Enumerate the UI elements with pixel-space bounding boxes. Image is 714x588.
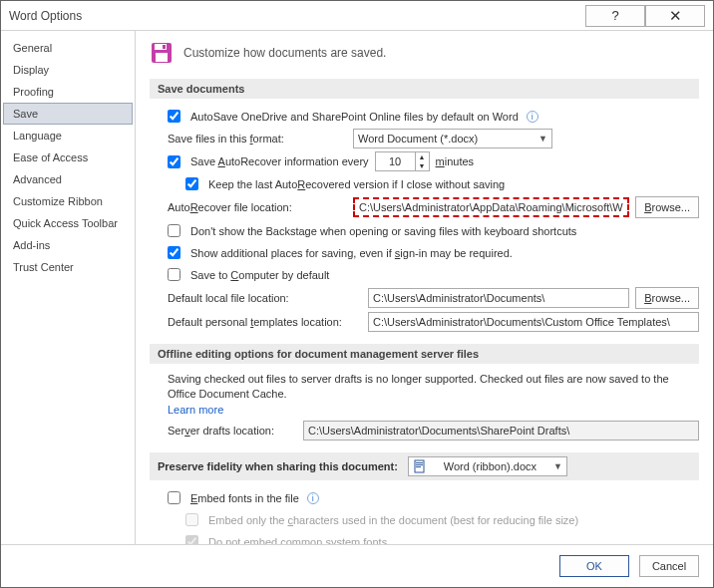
save-format-select[interactable]: Word Document (*.docx) ▼: [353, 129, 552, 148]
autosave-label: AutoSave OneDrive and SharePoint Online …: [190, 111, 519, 123]
cancel-button[interactable]: Cancel: [639, 555, 699, 577]
keep-last-checkbox[interactable]: [185, 177, 198, 190]
sidebar: General Display Proofing Save Language E…: [1, 31, 136, 544]
backstage-checkbox[interactable]: [168, 224, 180, 237]
default-templates-label: Default personal templates location:: [168, 316, 362, 328]
sidebar-item-general[interactable]: General: [3, 37, 133, 59]
sidebar-item-language[interactable]: Language: [3, 125, 133, 147]
ok-button[interactable]: OK: [559, 555, 629, 577]
backstage-label: Don't show the Backstage when opening or…: [190, 225, 576, 237]
embed-chars-label: Embed only the characters used in the do…: [208, 514, 578, 526]
show-additional-label: Show additional places for saving, even …: [190, 247, 513, 259]
sidebar-item-proofing[interactable]: Proofing: [3, 81, 133, 103]
save-format-label: Save files in this format:: [168, 133, 347, 145]
svg-rect-2: [156, 53, 168, 62]
sidebar-item-display[interactable]: Display: [3, 59, 133, 81]
group-offline: Offline editing options for document man…: [150, 344, 699, 364]
keep-last-label: Keep the last AutoRecovered version if I…: [208, 178, 505, 190]
autorecover-label: Save AutoRecover information every: [190, 155, 369, 167]
autosave-checkbox[interactable]: [168, 110, 180, 123]
server-drafts-input[interactable]: [303, 421, 699, 441]
spinner-up-icon[interactable]: ▲: [416, 152, 429, 161]
sidebar-item-trust-center[interactable]: Trust Center: [3, 256, 133, 278]
svg-rect-6: [416, 464, 423, 465]
embed-fonts-checkbox[interactable]: [168, 491, 180, 504]
sidebar-item-ease-of-access[interactable]: Ease of Access: [3, 147, 133, 168]
default-templates-input[interactable]: [368, 312, 699, 332]
show-additional-checkbox[interactable]: [168, 246, 180, 259]
embed-fonts-label: Embed fonts in the file: [190, 492, 299, 504]
sidebar-item-save[interactable]: Save: [3, 103, 133, 125]
save-icon: [150, 41, 174, 65]
svg-rect-5: [416, 462, 423, 463]
group-preserve: Preserve fidelity when sharing this docu…: [150, 452, 699, 480]
embed-chars-checkbox: [185, 513, 198, 526]
footer: OK Cancel: [1, 544, 713, 587]
document-icon: [413, 459, 427, 473]
info-icon[interactable]: i: [307, 492, 319, 504]
browse-local-button[interactable]: Browse...: [635, 287, 699, 309]
close-button[interactable]: ✕: [645, 5, 705, 27]
default-local-label: Default local file location:: [168, 292, 362, 304]
svg-rect-7: [416, 466, 421, 467]
svg-rect-3: [163, 45, 166, 49]
minutes-label: minutes: [436, 155, 475, 167]
sidebar-item-quick-access-toolbar[interactable]: Quick Access Toolbar: [3, 212, 133, 234]
autorecover-checkbox[interactable]: [168, 155, 180, 168]
learn-more-link[interactable]: Learn more: [168, 404, 223, 416]
sidebar-item-add-ins[interactable]: Add-ins: [3, 234, 133, 256]
server-drafts-label: Server drafts location:: [168, 425, 297, 437]
preserve-document-select[interactable]: Word (ribbon).docx ▼: [408, 456, 567, 476]
spinner-down-icon[interactable]: ▼: [416, 161, 429, 170]
sidebar-item-customize-ribbon[interactable]: Customize Ribbon: [3, 190, 133, 212]
autorecover-location-input[interactable]: [353, 197, 629, 217]
window-title: Word Options: [9, 9, 585, 23]
main-panel: Customize how documents are saved. Save …: [136, 31, 713, 544]
browse-autorecover-button[interactable]: Browse...: [635, 196, 699, 218]
save-to-computer-label: Save to Computer by default: [190, 269, 329, 281]
embed-sys-label: Do not embed common system fonts: [208, 536, 387, 544]
page-header: Customize how documents are saved.: [183, 46, 386, 60]
default-local-input[interactable]: [368, 288, 629, 308]
offline-text: Saving checked out files to server draft…: [168, 373, 669, 400]
save-to-computer-checkbox[interactable]: [168, 268, 180, 281]
group-save-documents: Save documents: [150, 79, 699, 99]
help-button[interactable]: ?: [585, 5, 645, 27]
chevron-down-icon: ▼: [553, 461, 562, 471]
autorecover-location-label: AutoRecover file location:: [168, 201, 347, 213]
info-icon[interactable]: i: [527, 111, 538, 123]
autorecover-minutes-spinner[interactable]: 10 ▲▼: [375, 151, 430, 171]
titlebar: Word Options ? ✕: [1, 1, 713, 31]
sidebar-item-advanced[interactable]: Advanced: [3, 168, 133, 190]
chevron-down-icon: ▼: [538, 134, 547, 144]
embed-sys-checkbox: [185, 535, 198, 544]
